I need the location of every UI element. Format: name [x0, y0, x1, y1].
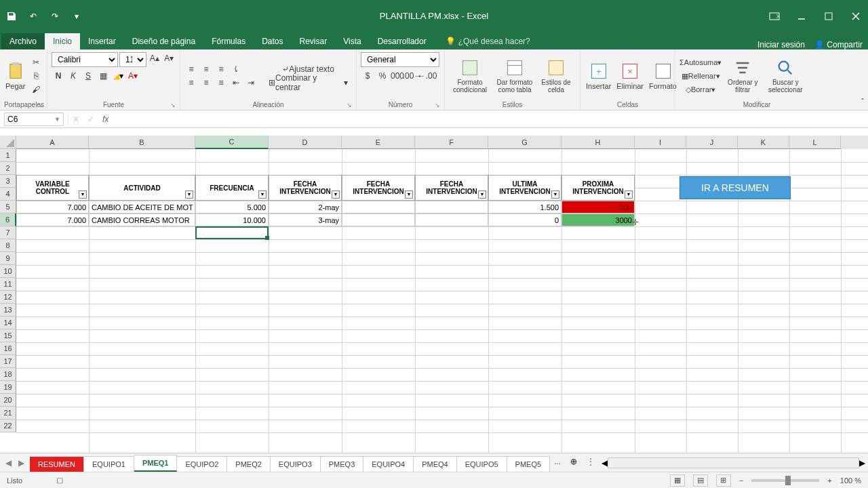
row-header-14[interactable]: 14: [0, 317, 16, 329]
alignment-launcher-icon[interactable]: ↘: [347, 102, 352, 108]
row-header-22[interactable]: 22: [0, 420, 16, 432]
row-header-21[interactable]: 21: [0, 407, 16, 420]
filter-icon[interactable]: ▼: [185, 190, 193, 199]
sheet-tab-pmeq5[interactable]: PMEQ5: [507, 456, 551, 472]
filter-icon[interactable]: ▼: [478, 190, 486, 199]
tab-inicio[interactable]: Inicio: [45, 33, 80, 49]
sort-filter-button[interactable]: Ordenar y filtrar: [724, 57, 761, 95]
col-header-J[interactable]: J: [686, 136, 738, 149]
sheet-nav-next-icon[interactable]: ▶: [18, 458, 24, 468]
currency-icon[interactable]: $: [361, 70, 374, 82]
cell-D4[interactable]: 2-may: [269, 201, 342, 214]
cell-G4[interactable]: 1.500: [488, 201, 561, 214]
font-color-icon[interactable]: A▾: [126, 70, 140, 82]
align-bottom-icon[interactable]: ≡: [214, 63, 228, 75]
increase-font-icon[interactable]: A▴: [148, 52, 161, 64]
share-button[interactable]: 👤 Compartir: [814, 40, 863, 49]
sheet-tab-equipo4[interactable]: EQUIPO4: [363, 456, 414, 472]
fill-color-icon[interactable]: ◢▾: [111, 70, 125, 82]
find-select-button[interactable]: Buscar y seleccionar: [764, 57, 807, 95]
clipboard-launcher-icon[interactable]: ↘: [37, 102, 43, 108]
row-header-5[interactable]: 5: [0, 201, 16, 214]
underline-button[interactable]: S: [81, 70, 95, 82]
tab-diseño-de-página[interactable]: Diseño de página: [124, 33, 203, 49]
col-header-L[interactable]: L: [789, 136, 841, 149]
sheet-overflow-button[interactable]: ...: [550, 453, 565, 472]
tab-datos[interactable]: Datos: [254, 33, 291, 49]
row-header-18[interactable]: 18: [0, 368, 16, 381]
cell-D5[interactable]: 3-may: [269, 214, 342, 226]
number-launcher-icon[interactable]: ↘: [435, 102, 440, 108]
col-header-D[interactable]: D: [269, 136, 342, 149]
qat-customize-icon[interactable]: ▾: [71, 10, 83, 22]
zoom-level[interactable]: 100 %: [840, 476, 861, 485]
cell-E5[interactable]: [342, 214, 415, 226]
filter-icon[interactable]: ▼: [405, 190, 413, 199]
row-header-15[interactable]: 15: [0, 329, 16, 342]
zoom-out-icon[interactable]: −: [739, 476, 743, 485]
merge-center-button[interactable]: ⊞ Combinar y centrar ▾: [264, 77, 352, 89]
align-top-icon[interactable]: ≡: [184, 63, 198, 75]
collapse-ribbon-icon[interactable]: ˆ: [861, 98, 864, 107]
filter-icon[interactable]: ▼: [332, 190, 340, 199]
filter-icon[interactable]: ▼: [625, 190, 633, 199]
fill-button[interactable]: ▦ Rellenar ▾: [679, 70, 722, 82]
sheet-nav-prev-icon[interactable]: ◀: [5, 458, 12, 468]
cell-A5[interactable]: 7.000: [16, 214, 89, 226]
cell-H5[interactable]: 3000: [561, 214, 635, 226]
col-header-H[interactable]: H: [561, 136, 635, 149]
col-header-K[interactable]: K: [738, 136, 789, 149]
delete-cells-button[interactable]: ×Eliminar: [615, 60, 645, 92]
increase-indent-icon[interactable]: ⇥: [244, 77, 258, 89]
col-header-A[interactable]: A: [16, 136, 89, 149]
sheet-tab-pmeq4[interactable]: PMEQ4: [414, 456, 457, 472]
row-header-1[interactable]: 1: [0, 149, 16, 162]
font-size-combo[interactable]: 11: [119, 52, 146, 67]
row-header-17[interactable]: 17: [0, 355, 16, 368]
sheet-tab-equipo1[interactable]: EQUIPO1: [84, 456, 134, 472]
tell-me-search[interactable]: 💡 ¿Qué desea hacer?: [440, 33, 536, 49]
macro-record-icon[interactable]: ▢: [56, 476, 63, 485]
cell-B4[interactable]: CAMBIO DE ACEITE DE MOT: [89, 201, 195, 214]
cell-F5[interactable]: [415, 214, 488, 226]
cell-E4[interactable]: [342, 201, 415, 214]
col-header-F[interactable]: F: [415, 136, 488, 149]
number-format-combo[interactable]: General: [361, 52, 439, 67]
percent-icon[interactable]: %: [376, 70, 389, 82]
save-icon[interactable]: [5, 10, 18, 22]
add-sheet-button[interactable]: ⊕: [565, 453, 583, 472]
cell-H4[interactable]: -500: [561, 201, 635, 214]
sheet-tab-equipo2[interactable]: EQUIPO2: [177, 456, 227, 472]
col-header-C[interactable]: C: [195, 136, 269, 149]
cell-styles-button[interactable]: Estilos de celda: [538, 57, 574, 95]
row-header-3[interactable]: 3: [0, 175, 16, 188]
sheet-tab-pmeq2[interactable]: PMEQ2: [227, 456, 271, 472]
row-header-20[interactable]: 20: [0, 394, 16, 407]
autosum-button[interactable]: Σ Autosuma ▾: [679, 56, 722, 68]
format-painter-icon[interactable]: 🖌: [29, 83, 43, 96]
cell-C5[interactable]: 10.000: [195, 214, 269, 226]
select-all-corner[interactable]: [0, 136, 16, 149]
sheet-tab-resumen[interactable]: RESUMEN: [30, 456, 84, 472]
align-left-icon[interactable]: ≡: [184, 77, 198, 89]
format-cells-button[interactable]: Formato: [648, 60, 678, 92]
tab-insertar[interactable]: Insertar: [80, 33, 124, 49]
decrease-decimal-icon[interactable]: ←.00: [420, 70, 434, 82]
align-right-icon[interactable]: ≡: [214, 77, 228, 89]
row-header-11[interactable]: 11: [0, 278, 16, 291]
page-break-view-icon[interactable]: ⊞: [716, 474, 731, 487]
orientation-icon[interactable]: ⤹: [229, 63, 243, 75]
close-icon[interactable]: [849, 9, 863, 23]
sheet-tab-equipo5[interactable]: EQUIPO5: [457, 456, 507, 472]
sheet-tab-pmeq1[interactable]: PMEQ1: [134, 455, 178, 472]
row-header-13[interactable]: 13: [0, 304, 16, 317]
font-family-combo[interactable]: Calibri: [52, 52, 118, 67]
maximize-icon[interactable]: [822, 9, 835, 23]
row-header-4[interactable]: 4: [0, 188, 16, 201]
cell-F4[interactable]: [415, 201, 488, 214]
conditional-format-button[interactable]: Formato condicional: [449, 57, 491, 95]
align-center-icon[interactable]: ≡: [199, 77, 213, 89]
sheet-tab-equipo3[interactable]: EQUIPO3: [271, 456, 321, 472]
borders-icon[interactable]: ▦: [96, 70, 110, 82]
undo-icon[interactable]: ↶: [27, 10, 39, 22]
